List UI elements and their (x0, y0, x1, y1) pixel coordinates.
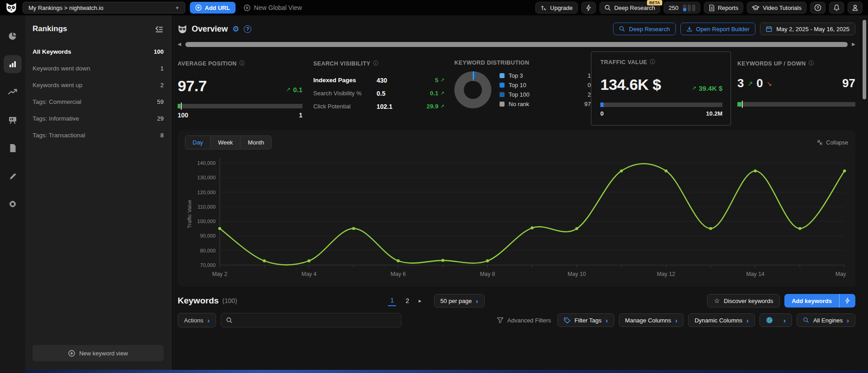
rail-item-reports[interactable] (4, 139, 22, 157)
keyword-distribution-card: KEYWORD DISTRIBUTION Top 31 Top 100 Top … (454, 51, 591, 126)
scrollbar-thumb[interactable] (185, 42, 848, 47)
rail-item-site-audit[interactable] (4, 111, 22, 129)
up-arrow-icon: ↗ (692, 85, 696, 91)
new-global-view-button[interactable]: New Global View (244, 4, 302, 11)
add-keywords-quick-button[interactable] (839, 294, 855, 308)
scroll-right-icon[interactable]: ▶ (852, 42, 855, 47)
sidebar-item-tags-commercial[interactable]: Tags: Commercial59 (33, 93, 164, 110)
add-url-button[interactable]: Add URL (190, 2, 236, 14)
position-range-slider[interactable] (178, 104, 302, 108)
rail-item-dashboard[interactable] (4, 27, 22, 45)
filter-tags-button[interactable]: Filter Tags › (557, 313, 614, 327)
page-2[interactable]: 2 (403, 296, 411, 306)
rail-item-trends[interactable] (4, 83, 22, 101)
info-icon[interactable]: ⓘ (373, 60, 378, 67)
tab-week[interactable]: Week (211, 136, 241, 149)
plus-circle-icon (68, 350, 75, 357)
upgrade-button[interactable]: Upgrade (535, 2, 578, 14)
svg-text:?: ? (816, 5, 819, 10)
collapse-icon (817, 140, 823, 145)
deep-research-button[interactable]: Deep Research BETA (599, 2, 660, 14)
sidebar-item-all-keywords[interactable]: All Keywords100 (33, 43, 164, 60)
new-keyword-view-button[interactable]: New keyword view (33, 345, 164, 361)
reports-button[interactable]: Reports (704, 2, 744, 14)
date-range-picker[interactable]: May 2, 2025 - May 16, 2025 (760, 23, 855, 35)
main-content: Overview ⚙ ? Deep Research Open Report B… (171, 15, 868, 373)
sidebar-item-keywords-went-up[interactable]: Keywords went up2 (33, 77, 164, 93)
location-select[interactable]: › (760, 313, 792, 327)
per-page-select[interactable]: 50 per page › (434, 294, 484, 308)
actions-menu-button[interactable]: Actions › (178, 313, 216, 327)
dynamic-columns-button[interactable]: Dynamic Columns › (688, 313, 755, 327)
collapse-sidebar-icon[interactable] (155, 25, 164, 33)
plus-circle-icon (195, 5, 202, 11)
manage-columns-button[interactable]: Manage Columns › (619, 313, 684, 327)
svg-text:120,000: 120,000 (197, 190, 216, 195)
overview-help-icon[interactable]: ? (244, 25, 251, 33)
keyword-search-input[interactable] (237, 317, 396, 324)
up-arrow-icon: ↗ (440, 103, 444, 109)
sidebar-title: Rankings (33, 24, 67, 33)
credit-bars-icon (683, 5, 695, 11)
lightning-icon (585, 5, 592, 11)
overview-settings-icon[interactable]: ⚙ (232, 24, 239, 34)
keywords-up-value: 3 (737, 76, 744, 90)
keyword-search[interactable] (221, 313, 401, 327)
svg-text:90,000: 90,000 (200, 233, 216, 238)
user-icon (852, 4, 859, 11)
range-max: 10.2M (706, 110, 722, 117)
sidebar-item-keywords-went-down[interactable]: Keywords went down1 (33, 60, 164, 77)
credits-meter[interactable]: 250 (664, 2, 700, 14)
video-tutorials-button[interactable]: Video Tutorials (747, 2, 807, 14)
all-engines-select[interactable]: All Engines › (797, 313, 855, 327)
keywords-down-value: 0 (756, 76, 763, 90)
project-selector[interactable]: My Rankings > nightwatch.io ▼ (23, 2, 185, 14)
horizontal-scrollbar: ◀ ▶ (178, 42, 855, 47)
svg-text:May 10: May 10 (568, 271, 586, 277)
rail-item-notes[interactable] (4, 167, 22, 185)
svg-text:May 8: May 8 (480, 271, 495, 277)
notifications-button[interactable] (829, 2, 844, 14)
traffic-range-slider[interactable] (600, 103, 722, 107)
stat-row-indexed-pages: Indexed Pages 430 5↗ (313, 74, 444, 87)
quick-actions-button[interactable] (581, 2, 596, 14)
legend-top100: Top 1002 (500, 91, 591, 98)
advanced-filters-button[interactable]: Advanced Filters (497, 317, 551, 324)
help-button[interactable]: ? (810, 2, 826, 14)
info-icon[interactable]: ⓘ (808, 60, 814, 67)
tab-day[interactable]: Day (185, 136, 211, 149)
collapse-chart-button[interactable]: Collapse (817, 140, 848, 146)
bottom-accent-bar (25, 370, 868, 373)
rail-item-rankings[interactable] (4, 55, 22, 73)
traffic-value-card: TRAFFIC VALUEⓘ 134.6K $ ↗39.4K $ 0 10.2M (591, 51, 731, 126)
page-1[interactable]: 1 (388, 295, 396, 306)
tab-month[interactable]: Month (241, 136, 271, 149)
info-icon[interactable]: ⓘ (650, 58, 656, 66)
next-page-icon[interactable]: ▸ (419, 298, 421, 304)
range-max: 1 (299, 112, 302, 119)
account-button[interactable] (848, 2, 863, 14)
sidebar-item-tags-informative[interactable]: Tags: Informative29 (33, 110, 164, 127)
deep-research-button[interactable]: Deep Research (613, 23, 675, 35)
keywords-up-down-card: KEYWORDS UP / DOWNⓘ 3 ↗ 0 ↘ 97 (737, 51, 855, 126)
keywords-toolbar: Actions › Advanced Filters Filter Tags ›… (178, 313, 855, 327)
item-count: 8 (160, 132, 164, 139)
item-count: 59 (157, 98, 164, 105)
discover-keywords-button[interactable]: ☆ Discover keywords (707, 294, 780, 308)
sidebar-item-tags-transactional[interactable]: Tags: Transactional8 (33, 127, 164, 144)
svg-text:May 14: May 14 (746, 271, 764, 277)
info-icon[interactable]: ⓘ (240, 60, 245, 67)
updown-range-slider[interactable] (737, 102, 855, 107)
average-position-value: 97.7 (178, 77, 207, 95)
svg-text:100,000: 100,000 (197, 219, 216, 224)
rail-item-settings[interactable] (4, 195, 22, 213)
open-report-builder-button[interactable]: Open Report Builder (680, 23, 756, 35)
add-keywords-button[interactable]: Add keywords (784, 294, 839, 308)
vertical-scrollbar-thumb[interactable] (863, 20, 866, 99)
legend-swatch (500, 102, 505, 107)
search-icon (604, 5, 611, 11)
chevron-right-icon: › (783, 317, 786, 324)
legend-swatch (500, 92, 505, 97)
scroll-left-icon[interactable]: ◀ (178, 42, 181, 47)
page-title: Overview (192, 24, 228, 34)
